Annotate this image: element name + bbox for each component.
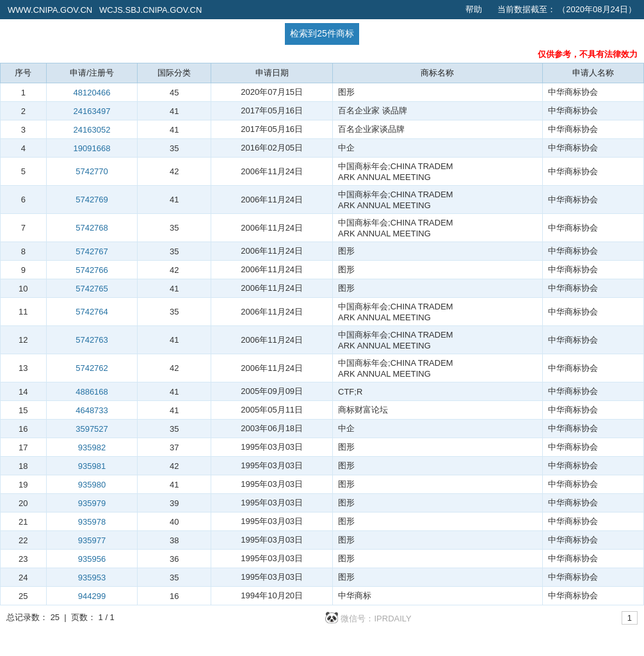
cell-appno[interactable]: 5742767 [46,242,138,261]
cell-tm-name: 图形 [333,261,543,279]
cell-date: 2006年11月24日 [211,158,333,186]
cell-appno[interactable]: 19091668 [46,139,138,158]
app-no-link[interactable]: 24163052 [74,125,111,135]
cell-appno[interactable]: 5742766 [46,261,138,279]
app-no-link[interactable]: 5742768 [76,223,108,233]
page-number: 1 [622,611,638,625]
cell-tm-name: 图形 [333,475,543,494]
cell-appno[interactable]: 935977 [46,531,138,550]
cell-intl: 41 [138,102,211,120]
cell-date: 2006年11月24日 [211,186,333,214]
cell-appno[interactable]: 5742765 [46,279,138,298]
cell-applicant: 中华商标协会 [542,512,643,531]
cell-appno[interactable]: 935980 [46,475,138,494]
app-no-link[interactable]: 4648733 [76,406,108,415]
cell-seq: 10 [1,279,47,298]
cell-seq: 21 [1,512,47,531]
cell-applicant: 中华商标协会 [542,158,643,186]
cell-appno[interactable]: 5742762 [46,354,138,382]
cell-appno[interactable]: 48120466 [46,83,138,102]
results-table: 序号 申请/注册号 国际分类 申请日期 商标名称 申请人名称 148120466… [0,63,644,605]
cell-appno[interactable]: 3597527 [46,420,138,438]
cell-date: 2020年07月15日 [211,83,333,102]
cell-tm-name: 图形 [333,457,543,475]
app-no-link[interactable]: 944299 [78,591,106,601]
cell-intl: 41 [138,186,211,214]
cell-seq: 2 [1,102,47,120]
cell-date: 2006年11月24日 [211,326,333,354]
app-no-link[interactable]: 935982 [78,443,106,452]
cell-seq: 22 [1,531,47,550]
cell-appno[interactable]: 4886168 [46,382,138,401]
cell-appno[interactable]: 4648733 [46,401,138,420]
app-no-link[interactable]: 5742764 [76,307,108,316]
app-no-link[interactable]: 5742767 [76,247,108,256]
footer: 总记录数： 25 | 页数： 1 / 1 🐼 微信号：IPRDAILY 1 [0,605,644,630]
cell-appno[interactable]: 5742769 [46,186,138,214]
cell-intl: 42 [138,158,211,186]
cell-appno[interactable]: 944299 [46,587,138,605]
app-no-link[interactable]: 935953 [78,573,106,582]
table-row: 65742769412006年11月24日中国商标年会;CHINA TRADEM… [1,186,644,214]
app-no-link[interactable]: 935978 [78,517,106,527]
cell-appno[interactable]: 5742764 [46,298,138,326]
cell-seq: 12 [1,326,47,354]
app-no-link[interactable]: 4886168 [76,387,108,397]
cell-appno[interactable]: 935956 [46,550,138,568]
app-no-link[interactable]: 5742765 [76,284,108,293]
cell-appno[interactable]: 935953 [46,568,138,587]
cell-date: 2005年09月09日 [211,382,333,401]
table-row: 85742767352006年11月24日图形中华商标协会 [1,242,644,261]
cell-intl: 36 [138,550,211,568]
cell-appno[interactable]: 5742763 [46,326,138,354]
cell-seq: 16 [1,420,47,438]
cell-tm-name: 中企 [333,420,543,438]
app-no-link[interactable]: 935981 [78,461,106,471]
cell-appno[interactable]: 935979 [46,494,138,512]
col-intl: 国际分类 [138,63,211,83]
table-row: 324163052412017年05月16日百名企业家谈品牌中华商标协会 [1,120,644,139]
cell-appno[interactable]: 24163052 [46,120,138,139]
cell-intl: 42 [138,457,211,475]
cell-seq: 8 [1,242,47,261]
cell-intl: 42 [138,354,211,382]
cell-appno[interactable]: 5742770 [46,158,138,186]
cell-appno[interactable]: 5742768 [46,214,138,242]
cell-applicant: 中华商标协会 [542,214,643,242]
app-no-link[interactable]: 5742766 [76,265,108,275]
help-link[interactable]: 帮助 [465,4,482,14]
cell-date: 1995年03月03日 [211,475,333,494]
date-label: 当前数据截至： [497,4,556,14]
cell-date: 2006年11月24日 [211,354,333,382]
app-no-link[interactable]: 3597527 [76,424,108,434]
cell-intl: 35 [138,214,211,242]
app-no-link[interactable]: 935979 [78,498,106,508]
cell-intl: 41 [138,120,211,139]
app-no-link[interactable]: 48120466 [74,88,111,97]
cell-appno[interactable]: 935978 [46,512,138,531]
app-no-link[interactable]: 19091668 [74,144,111,153]
cell-tm-name: 图形 [333,438,543,457]
app-no-link[interactable]: 935977 [78,536,106,545]
app-no-link[interactable]: 935980 [78,480,106,489]
cell-intl: 35 [138,568,211,587]
cell-date: 2006年11月24日 [211,261,333,279]
footer-stats: 总记录数： 25 | 页数： 1 / 1 [6,612,115,623]
app-no-link[interactable]: 24163497 [74,106,111,116]
cell-appno[interactable]: 935982 [46,438,138,457]
app-no-link[interactable]: 5742770 [76,167,108,176]
app-no-link[interactable]: 5742763 [76,335,108,345]
cell-appno[interactable]: 935981 [46,457,138,475]
app-no-link[interactable]: 935956 [78,554,106,564]
app-no-link[interactable]: 5742769 [76,195,108,204]
cell-intl: 45 [138,83,211,102]
search-result-text: 检索到25件商标 [290,28,354,38]
cell-intl: 41 [138,475,211,494]
table-row: 21935978401995年03月03日图形中华商标协会 [1,512,644,531]
cell-appno[interactable]: 24163497 [46,102,138,120]
app-no-link[interactable]: 5742762 [76,363,108,373]
cell-applicant: 中华商标协会 [542,83,643,102]
cell-tm-name: 图形 [333,568,543,587]
cell-tm-name: 图形 [333,242,543,261]
cell-applicant: 中华商标协会 [542,120,643,139]
